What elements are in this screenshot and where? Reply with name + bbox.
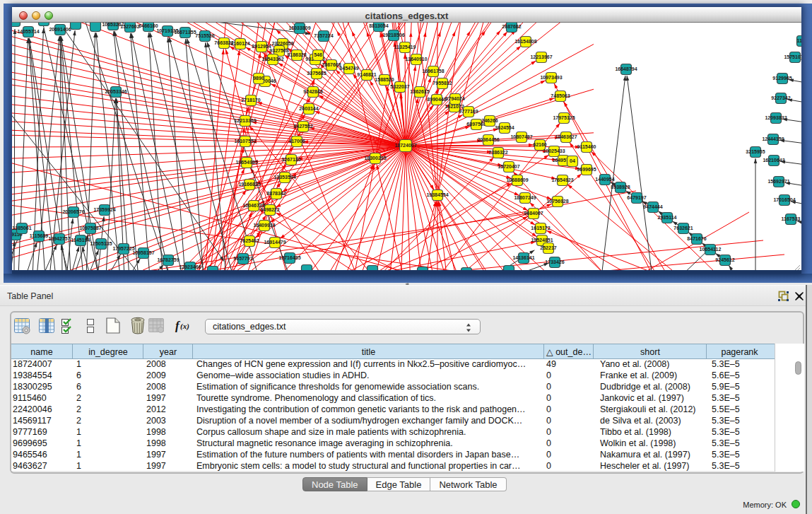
svg-text:18300295: 18300295 bbox=[364, 156, 386, 160]
svg-text:9474444: 9474444 bbox=[643, 204, 662, 209]
svg-text:1733426: 1733426 bbox=[545, 259, 564, 264]
svg-text:2718170: 2718170 bbox=[241, 98, 260, 103]
svg-text:13640910: 13640910 bbox=[405, 57, 427, 62]
svg-text:19654985: 19654985 bbox=[235, 160, 257, 165]
svg-text:10025433: 10025433 bbox=[543, 148, 565, 153]
svg-text:5322037: 5322037 bbox=[390, 84, 409, 89]
svg-text:546: 546 bbox=[314, 52, 322, 57]
svg-text:1167533: 1167533 bbox=[782, 216, 801, 221]
svg-text:62160: 62160 bbox=[533, 142, 547, 147]
svg-text:19524851: 19524851 bbox=[531, 238, 553, 243]
svg-text:16648794: 16648794 bbox=[615, 66, 637, 71]
svg-text:15716485: 15716485 bbox=[278, 255, 300, 260]
svg-text:10688609: 10688609 bbox=[506, 177, 528, 182]
svg-text:9498222: 9498222 bbox=[260, 207, 279, 212]
svg-text:10046738: 10046738 bbox=[242, 203, 264, 208]
svg-text:13353594: 13353594 bbox=[273, 175, 295, 180]
svg-text:12213369: 12213369 bbox=[234, 118, 256, 123]
svg-text:15720407: 15720407 bbox=[498, 164, 519, 169]
svg-text:7357224: 7357224 bbox=[314, 33, 333, 38]
svg-text:16914479: 16914479 bbox=[264, 240, 286, 245]
svg-text:417006: 417006 bbox=[288, 139, 305, 144]
svg-text:16543362: 16543362 bbox=[261, 57, 283, 62]
svg-text:2603144: 2603144 bbox=[299, 106, 318, 111]
svg-text:9699695: 9699695 bbox=[577, 167, 596, 172]
svg-text:17016504: 17016504 bbox=[773, 197, 795, 202]
svg-text:16961758: 16961758 bbox=[422, 69, 444, 74]
svg-text:16210643: 16210643 bbox=[763, 158, 784, 163]
svg-text:8990448: 8990448 bbox=[427, 97, 446, 102]
svg-text:7625402: 7625402 bbox=[240, 238, 259, 243]
svg-text:8471676: 8471676 bbox=[687, 236, 706, 241]
svg-text:9657791: 9657791 bbox=[233, 256, 252, 261]
svg-text:9115460: 9115460 bbox=[577, 144, 596, 149]
svg-text:(x): (x) bbox=[180, 322, 189, 331]
svg-text:7955812: 7955812 bbox=[433, 81, 452, 86]
svg-text:19166825: 19166825 bbox=[238, 182, 260, 187]
svg-text:8938928: 8938928 bbox=[611, 185, 630, 189]
svg-text:7386322: 7386322 bbox=[488, 150, 507, 155]
svg-text:8912954: 8912954 bbox=[252, 44, 271, 49]
svg-text:3215955: 3215955 bbox=[746, 149, 765, 154]
svg-text:3624554: 3624554 bbox=[495, 125, 514, 130]
svg-text:11325419: 11325419 bbox=[394, 45, 416, 49]
svg-text:16409934: 16409934 bbox=[253, 223, 275, 228]
svg-text:18807249: 18807249 bbox=[514, 195, 536, 200]
svg-text:2687682: 2687682 bbox=[502, 24, 521, 29]
svg-text:9245612: 9245612 bbox=[715, 257, 734, 262]
svg-text:17654923: 17654923 bbox=[551, 177, 573, 182]
svg-text:9227342: 9227342 bbox=[771, 95, 790, 100]
svg-text:1440954: 1440954 bbox=[595, 177, 614, 182]
svg-text:18463627: 18463627 bbox=[555, 134, 577, 139]
svg-text:9684067: 9684067 bbox=[524, 211, 543, 216]
svg-text:9777169: 9777169 bbox=[459, 109, 478, 114]
svg-text:10756928: 10756928 bbox=[546, 199, 568, 204]
svg-text:19384554: 19384554 bbox=[426, 192, 448, 197]
svg-text:16033809: 16033809 bbox=[288, 25, 310, 30]
svg-text:1621072: 1621072 bbox=[445, 104, 464, 109]
svg-text:7485063: 7485063 bbox=[551, 93, 570, 98]
svg-text:20364456: 20364456 bbox=[477, 137, 499, 142]
svg-text:2867608: 2867608 bbox=[322, 62, 341, 67]
svg-text:8813054: 8813054 bbox=[369, 23, 388, 28]
svg-text:9129965: 9129965 bbox=[772, 76, 792, 81]
svg-text:2935114: 2935114 bbox=[658, 215, 677, 220]
svg-text:1362615: 1362615 bbox=[410, 89, 429, 94]
svg-text:9146821: 9146821 bbox=[357, 72, 376, 77]
svg-text:1588520: 1588520 bbox=[375, 77, 394, 82]
svg-text:8186328: 8186328 bbox=[287, 52, 306, 57]
svg-text:8454749: 8454749 bbox=[339, 66, 358, 71]
svg-text:8427552: 8427552 bbox=[293, 124, 312, 129]
svg-text:10973493: 10973493 bbox=[540, 75, 562, 80]
svg-text:3267130: 3267130 bbox=[281, 157, 300, 162]
svg-text:6794024: 6794024 bbox=[445, 96, 464, 101]
svg-text:15751074: 15751074 bbox=[784, 54, 801, 59]
svg-text:04: 04 bbox=[570, 158, 575, 163]
svg-text:17975125: 17975125 bbox=[553, 115, 575, 120]
svg-text:746266: 746266 bbox=[481, 118, 498, 123]
svg-text:252217: 252217 bbox=[540, 245, 556, 250]
svg-text:18724007: 18724007 bbox=[394, 143, 416, 148]
svg-text:9160124: 9160124 bbox=[230, 41, 249, 46]
svg-text:19218506: 19218506 bbox=[382, 33, 404, 37]
svg-text:3375685: 3375685 bbox=[307, 71, 326, 76]
svg-text:12093832: 12093832 bbox=[765, 115, 787, 120]
svg-text:14136141: 14136141 bbox=[512, 255, 534, 260]
svg-text:10807487: 10807487 bbox=[510, 134, 532, 139]
svg-text:7632621: 7632621 bbox=[673, 226, 693, 230]
svg-text:12444159: 12444159 bbox=[762, 136, 784, 141]
svg-text:9890: 9890 bbox=[253, 76, 264, 81]
svg-text:1117: 1117 bbox=[797, 38, 801, 43]
svg-text:1615172: 1615172 bbox=[531, 226, 550, 230]
svg-text:16107552: 16107552 bbox=[234, 139, 256, 144]
svg-text:6479197: 6479197 bbox=[627, 195, 646, 200]
svg-text:10654112: 10654112 bbox=[700, 247, 722, 252]
svg-text:15692971: 15692971 bbox=[767, 179, 789, 184]
svg-text:9242848: 9242848 bbox=[303, 89, 322, 94]
svg-text:12213967: 12213967 bbox=[530, 54, 552, 59]
svg-text:9327508: 9327508 bbox=[269, 48, 288, 53]
svg-text:8878342: 8878342 bbox=[266, 191, 286, 196]
svg-text:16154808: 16154808 bbox=[514, 39, 536, 44]
